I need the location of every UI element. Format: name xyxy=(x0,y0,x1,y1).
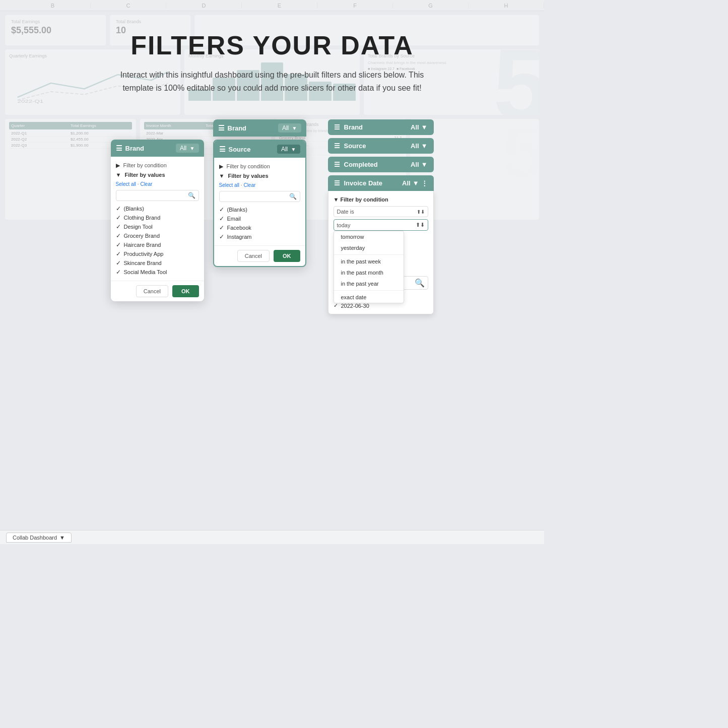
item-productivity-left[interactable]: ✓ Productivity App xyxy=(116,249,199,258)
cancel-button-source[interactable]: Cancel xyxy=(237,250,270,262)
brand-search-box-left[interactable]: 🔍 xyxy=(116,190,199,201)
clear-link-left[interactable]: Clear xyxy=(140,181,152,187)
filter-by-condition-option-left[interactable]: ▶ Filter by condition xyxy=(116,161,199,170)
dropdown-tomorrow[interactable]: tomorrow xyxy=(334,231,404,242)
brands-source-title: Total Brands by Source xyxy=(368,53,535,58)
item-haircare-left[interactable]: ✓ Haircare Brand xyxy=(116,240,199,249)
date-2022-06: 2022-06-30 xyxy=(341,303,369,309)
ok-button-left[interactable]: OK xyxy=(172,285,199,297)
source-item-instagram[interactable]: ✓ Instagram xyxy=(219,232,300,241)
date-value-input[interactable]: today ⬆⬇ xyxy=(334,219,428,231)
bar-1 xyxy=(188,89,211,101)
search-icon-source: 🔍 xyxy=(289,193,297,200)
item-clothing-left[interactable]: ✓ Clothing Brand xyxy=(116,213,199,222)
grocery-brand-label: Grocery Brand xyxy=(124,233,160,239)
spacer-panel xyxy=(194,15,539,45)
source-item-facebook[interactable]: ✓ Facebook xyxy=(219,223,300,232)
source-item-email[interactable]: ✓ Email xyxy=(219,214,300,223)
filter-by-condition-date[interactable]: ▼ Filter by condition xyxy=(334,195,428,204)
col-e: E xyxy=(242,3,317,9)
monthly-title: Monthly Earnings xyxy=(188,53,356,58)
col-f: F xyxy=(317,3,393,9)
bar-chart xyxy=(188,60,356,101)
item-skincare-left[interactable]: ✓ Skincare Brand xyxy=(116,258,199,268)
stacked-filter-icon-source: ☰ xyxy=(334,142,340,150)
col-d: D xyxy=(166,3,242,9)
charts-row: Quarterly Earnings 2022-Q1 Monthly Earni… xyxy=(0,49,544,119)
dropdown-past-month[interactable]: in the past month xyxy=(334,267,404,278)
big-number-bg: 5 xyxy=(493,49,539,115)
select-links-source: Select all · Clear xyxy=(219,182,300,188)
source-item-blanks[interactable]: ✓ (Blanks) xyxy=(219,205,300,214)
stacked-filter-icon-completed: ☰ xyxy=(334,161,340,168)
pie-bg-number: 5 xyxy=(502,119,539,189)
total-brands-panel: Total Brands 10 xyxy=(110,15,190,45)
source-all-middle[interactable]: All ▼ xyxy=(277,145,300,154)
date-value-container: today ⬆⬇ tomorrow yesterday in the past … xyxy=(334,219,428,231)
dropdown-past-year[interactable]: in the past year xyxy=(334,278,404,289)
col-h: H xyxy=(469,3,544,9)
ok-button-source[interactable]: OK xyxy=(274,250,300,262)
filter-by-condition-source[interactable]: ▶ Filter by condition xyxy=(219,162,300,171)
total-earnings-value: $5,555.00 xyxy=(11,25,100,36)
total-earnings-label: Total Earnings xyxy=(11,19,100,24)
clear-link-source[interactable]: Clear xyxy=(243,182,255,188)
metrics-row: Total Earnings $5,555.00 Total Brands 10 xyxy=(0,11,544,49)
item-blanks-left[interactable]: ✓ (Blanks) xyxy=(116,204,199,213)
facebook-label: Facebook xyxy=(227,225,251,231)
select-links-left: Select all · Clear xyxy=(116,181,199,187)
bar-7 xyxy=(333,84,356,101)
dropdown-past-week[interactable]: in the past week xyxy=(334,256,404,267)
bottom-bar: Collab Dashboard ▼ xyxy=(0,530,544,544)
filter-by-values-source[interactable]: ▼ Filter by values xyxy=(219,171,300,180)
source-search-input[interactable] xyxy=(223,193,289,200)
col-c: C xyxy=(91,3,166,9)
select-all-link-left[interactable]: Select all xyxy=(116,181,137,187)
source-search-box[interactable]: 🔍 xyxy=(219,191,300,202)
monthly-chart: Monthly Earnings xyxy=(184,49,360,115)
brand-all-middle[interactable]: All ▼ xyxy=(278,123,301,133)
dropdown-yesterday[interactable]: yesterday xyxy=(334,242,404,253)
collab-dashboard-tab[interactable]: Collab Dashboard ▼ xyxy=(6,533,72,543)
modals-row: ☰ Brand All ▼ ▶ Filter by condition ▼ Fi… xyxy=(101,119,444,314)
cancel-button-left[interactable]: Cancel xyxy=(136,285,168,297)
brands-source-chart: Total Brands by Source 5 Channels that b… xyxy=(364,49,539,115)
brand-filter-header-left[interactable]: ☰ Brand All ▼ xyxy=(111,140,204,157)
item-grocery-left[interactable]: ✓ Grocery Brand xyxy=(116,231,199,240)
date-is-box[interactable]: Date is ⬆⬇ xyxy=(334,206,428,217)
filter-icon-left: ☰ xyxy=(116,144,122,152)
brand-search-input-left[interactable] xyxy=(119,192,188,198)
brand-filter-footer-left: Cancel OK xyxy=(111,281,204,301)
dropdown-exact-date[interactable]: exact date xyxy=(334,292,404,303)
source-header-middle[interactable]: ☰ Source All ▼ xyxy=(214,141,305,158)
search-icon-left: 🔍 xyxy=(188,192,195,199)
stacked-invoice-date[interactable]: ☰ Invoice Date All ▼ ⋮ xyxy=(328,175,434,191)
item-design-left[interactable]: ✓ Design Tool xyxy=(116,222,199,231)
stacked-source-value: All xyxy=(411,142,419,150)
stacked-brand[interactable]: ☰ Brand All ▼ xyxy=(328,119,434,135)
date-search-icon: 🔍 xyxy=(415,278,425,288)
stacked-completed-value: All xyxy=(411,161,419,168)
more-options-icon[interactable]: ⋮ xyxy=(421,179,428,187)
stacked-brand-value: All xyxy=(411,123,419,131)
date-filter-expanded: ▼ Filter by condition Date is ⬆⬇ today ⬆… xyxy=(328,191,434,314)
middle-stack: ☰ Brand All ▼ ☰ Source xyxy=(213,119,319,267)
quarterly-title: Quarterly Earnings xyxy=(9,53,176,58)
total-brands-value: 10 xyxy=(116,25,184,36)
stacked-brand-label: Brand xyxy=(344,123,363,131)
sheet-header: B C D E F G H xyxy=(0,0,544,11)
bar-2 xyxy=(213,78,235,101)
date-today-value: today xyxy=(337,222,351,228)
select-all-link-source[interactable]: Select all xyxy=(219,182,240,188)
stacked-date-label: Invoice Date xyxy=(344,179,383,187)
bar-6 xyxy=(309,82,332,101)
brand-header-middle[interactable]: ☰ Brand All ▼ xyxy=(213,119,306,137)
brand-all-left[interactable]: All ▼ xyxy=(176,144,199,153)
stacked-source[interactable]: ☰ Source All ▼ xyxy=(328,138,434,154)
stacked-completed[interactable]: ☰ Completed All ▼ xyxy=(328,157,434,172)
filter-by-values-option-left[interactable]: ▼ Filter by values xyxy=(116,170,199,179)
date-dropdown: tomorrow yesterday in the past week in t… xyxy=(334,231,404,303)
item-social-left[interactable]: ✓ Social Media Tool xyxy=(116,268,199,277)
brand-filter-modal-left: ☰ Brand All ▼ ▶ Filter by condition ▼ Fi… xyxy=(111,140,204,301)
stacked-completed-label: Completed xyxy=(344,161,378,168)
